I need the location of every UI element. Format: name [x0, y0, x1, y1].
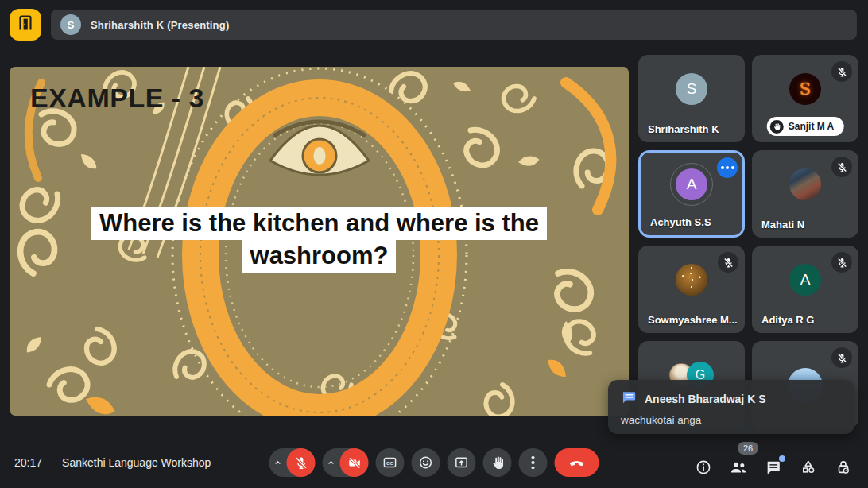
slide-question: Where is the kitchen and where is the wa…: [10, 207, 629, 273]
people-button[interactable]: 26: [729, 458, 748, 477]
camera-options-chevron[interactable]: [323, 458, 340, 467]
chat-icon: [765, 459, 782, 476]
host-controls-icon: [835, 459, 852, 476]
participant-tile-achyuth[interactable]: A Achyuth S.S: [638, 150, 745, 238]
mic-options-chevron[interactable]: [269, 458, 287, 467]
tile-options-button[interactable]: [717, 157, 738, 178]
camera-button[interactable]: [323, 448, 369, 477]
participant-name: Achyuth S.S: [650, 216, 711, 228]
chat-button[interactable]: [764, 458, 783, 477]
door-icon: [16, 14, 35, 36]
raised-hand-icon: [770, 120, 784, 134]
presenter-banner: S Shriharshith K (Presenting): [51, 10, 857, 40]
avatar-logo: S: [789, 73, 821, 105]
info-button[interactable]: [694, 458, 713, 477]
avatar: S: [676, 73, 707, 105]
hand-raised-pill: Sanjit M A: [767, 117, 844, 136]
chat-notification-dot: [779, 455, 785, 462]
activities-button[interactable]: [799, 458, 818, 477]
activities-icon: [800, 459, 817, 476]
mic-muted-icon: [831, 347, 852, 368]
chat-sender: Aneesh Bharadwaj K S: [645, 393, 766, 405]
participant-name: Sowmyashree M...: [648, 314, 738, 326]
chat-message-icon: [621, 389, 637, 409]
participant-tile-aditya[interactable]: A Aditya R G: [752, 246, 858, 333]
slide-question-line2: washroom?: [242, 239, 397, 273]
svg-text:CC: CC: [386, 460, 394, 466]
presentation-stage[interactable]: EXAMPLE - 3 Where is the kitchen and whe…: [10, 67, 629, 416]
captions-icon: CC: [382, 455, 398, 471]
participant-tile-sanjit[interactable]: S Sanjit M A: [752, 55, 858, 142]
mic-muted-icon: [831, 61, 852, 82]
mic-button[interactable]: [269, 448, 316, 477]
clock-time: 20:17: [14, 456, 42, 469]
avatar-photo: [676, 264, 707, 296]
end-call-button[interactable]: [555, 448, 599, 477]
people-icon: [729, 458, 748, 477]
reactions-button[interactable]: [412, 448, 440, 477]
avatar: A: [789, 264, 821, 296]
mic-muted-icon: [831, 252, 852, 273]
host-controls-button[interactable]: [834, 458, 853, 477]
google-meet-window: S Shriharshith K (Presenting): [0, 0, 868, 488]
chat-message: wachukotai anga: [621, 414, 842, 426]
present-button[interactable]: [448, 448, 476, 477]
emoji-icon: [418, 455, 434, 471]
avatar: A: [676, 168, 707, 200]
presenter-label: Shriharshith K (Presenting): [91, 19, 229, 31]
participants-grid: S Shriharshith K S Sanjit: [638, 55, 858, 428]
meeting-title: Sankethi Language Workshop: [62, 456, 211, 469]
slide-question-line1: Where is the kitchen and where is the: [91, 207, 547, 240]
raise-hand-icon: [490, 455, 505, 471]
avatar-photo: [789, 168, 821, 200]
call-controls: CC: [269, 448, 599, 477]
mic-muted-icon: [718, 252, 738, 273]
participant-name: Mahati N: [761, 219, 804, 230]
participant-tile-shriharshith[interactable]: S Shriharshith K: [638, 55, 745, 142]
participant-count-badge: 26: [738, 442, 758, 455]
meeting-panels: 26: [694, 458, 853, 477]
mic-muted-icon: [831, 157, 852, 177]
more-options-button[interactable]: [519, 448, 548, 477]
present-screen-icon: [454, 455, 470, 471]
captions-button[interactable]: CC: [376, 448, 405, 477]
info-icon: [695, 459, 712, 476]
camera-muted-icon[interactable]: [340, 448, 369, 477]
more-options-icon: [532, 456, 535, 470]
participant-tile-sowmyashree[interactable]: Sowmyashree M...: [638, 246, 745, 333]
slide-title: EXAMPLE - 3: [30, 83, 204, 114]
app-logo: [10, 9, 41, 41]
participant-name: Aditya R G: [761, 314, 814, 326]
presenter-avatar: S: [60, 14, 81, 35]
avatar-letter: S: [800, 79, 811, 99]
participant-name: Sanjit M A: [789, 121, 835, 132]
participant-tile-mahati[interactable]: Mahati N: [752, 150, 858, 238]
mic-muted-icon[interactable]: [287, 448, 316, 477]
participant-name: Shriharshith K: [648, 123, 719, 135]
chat-notification-popup[interactable]: Aneesh Bharadwaj K S wachukotai anga: [608, 380, 854, 434]
divider: [52, 456, 52, 470]
bottom-bar: 20:17 Sankethi Language Workshop: [0, 437, 868, 488]
end-call-icon: [568, 453, 587, 472]
raise-hand-button[interactable]: [483, 448, 512, 477]
